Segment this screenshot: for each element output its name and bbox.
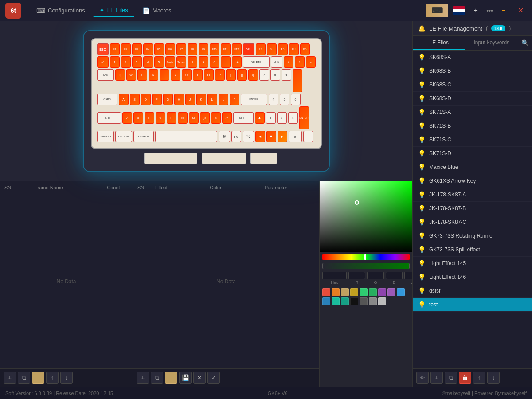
- key-6[interactable]: 6win: [165, 56, 175, 68]
- key-v[interactable]: V: [156, 112, 165, 124]
- key-f8[interactable]: F8: [188, 43, 197, 55]
- key-f4[interactable]: F4: [143, 43, 153, 55]
- le-item-gk61xs-arrow-key[interactable]: 💡 GK61XS Arrow-Key: [413, 174, 532, 188]
- swatch-14[interactable]: [369, 297, 377, 305]
- key-tilde[interactable]: ~`: [97, 56, 109, 68]
- key-2[interactable]: 2: [121, 56, 131, 68]
- key-comma[interactable]: ,<: [200, 112, 210, 124]
- key-0[interactable]: 0: [210, 56, 219, 68]
- key-f6[interactable]: F6: [165, 43, 175, 55]
- key-left[interactable]: ◄: [255, 131, 265, 142]
- key-i[interactable]: I: [193, 69, 203, 81]
- le-upload-button[interactable]: ↑: [473, 372, 485, 384]
- key-alt-r[interactable]: ⌥: [243, 131, 254, 142]
- key-k[interactable]: K: [196, 94, 206, 105]
- swatch-7[interactable]: [387, 288, 395, 296]
- b-input[interactable]: 0: [386, 272, 403, 279]
- swatch-4[interactable]: [360, 288, 368, 296]
- effects-add-button[interactable]: +: [137, 372, 149, 384]
- swatch-8[interactable]: [397, 288, 405, 296]
- le-item-sk71s-a[interactable]: 💡 SK71S-A: [413, 106, 532, 119]
- key-7[interactable]: 7mac: [176, 56, 186, 68]
- le-download-button[interactable]: ↓: [487, 372, 500, 384]
- swatch-0[interactable]: [322, 288, 330, 296]
- key-np5[interactable]: 5: [280, 94, 289, 105]
- key-ps[interactable]: PS: [256, 43, 266, 55]
- frames-download-button[interactable]: ↓: [60, 372, 73, 384]
- key-tab[interactable]: TAB: [97, 69, 114, 81]
- key-command[interactable]: COMMAND: [133, 131, 154, 142]
- key-o[interactable]: O: [204, 69, 214, 81]
- key-del[interactable]: DEL: [243, 43, 254, 55]
- key-y[interactable]: Y: [171, 69, 180, 81]
- key-right[interactable]: ►: [278, 131, 287, 142]
- language-flag[interactable]: [453, 6, 465, 15]
- le-item-gk73-73s-spill-effect[interactable]: 💡 GK73-73S Spill effect: [413, 243, 532, 257]
- le-search-button[interactable]: 🔍: [518, 36, 532, 50]
- le-item-jk-178-sk87-a[interactable]: 💡 JK-178-SK87-A: [413, 188, 532, 202]
- key-p[interactable]: P: [215, 69, 225, 81]
- le-item-sk71s-c[interactable]: 💡 SK71S-C: [413, 133, 532, 147]
- key-quote[interactable]: ': [230, 94, 239, 105]
- key-np-div[interactable]: /: [284, 56, 293, 68]
- key-num[interactable]: NUM: [271, 56, 282, 68]
- key-d[interactable]: D: [141, 94, 151, 105]
- extra-key-2[interactable]: [202, 153, 246, 164]
- le-item-test[interactable]: 💡 test: [413, 298, 532, 312]
- le-item-light-effect-145[interactable]: 💡 Light Effect 145: [413, 257, 532, 270]
- key-8[interactable]: 8: [188, 56, 197, 68]
- color-alpha-bar[interactable]: [322, 263, 410, 269]
- key-j[interactable]: J: [185, 94, 195, 105]
- frames-upload-button[interactable]: ↑: [46, 372, 59, 384]
- le-item-jk-178-sk87-b[interactable]: 💡 JK-178-SK87-B: [413, 202, 532, 215]
- key-pd[interactable]: PD: [300, 43, 310, 55]
- extra-key-1[interactable]: [144, 153, 197, 164]
- frames-active-button[interactable]: [32, 372, 44, 384]
- le-item-sk68s-c[interactable]: 💡 SK68S-C: [413, 78, 532, 92]
- effects-check-button[interactable]: ✓: [207, 372, 220, 384]
- tab-le-files[interactable]: ✦ LE Files: [93, 4, 134, 17]
- key-np-mul[interactable]: *: [295, 56, 305, 68]
- key-f3[interactable]: F3: [132, 43, 142, 55]
- add-device-button[interactable]: +: [469, 4, 482, 17]
- key-np1[interactable]: 1: [266, 112, 276, 124]
- key-5[interactable]: 5: [154, 56, 164, 68]
- le-item-sk68s-b[interactable]: 💡 SK68S-B: [413, 64, 532, 78]
- key-np-plus[interactable]: +: [293, 69, 302, 92]
- key-np6[interactable]: 6: [291, 94, 301, 105]
- key-enter[interactable]: ENTER: [241, 94, 267, 105]
- swatch-13[interactable]: [360, 297, 368, 305]
- key-fn[interactable]: FN: [231, 131, 241, 142]
- key-up[interactable]: ▲: [255, 112, 265, 124]
- tab-macros[interactable]: 📄 Macros: [136, 4, 178, 17]
- effects-save-button[interactable]: 💾: [179, 372, 192, 384]
- key-lshift[interactable]: SHIFT: [97, 112, 121, 124]
- r-input[interactable]: 0: [348, 272, 365, 279]
- effects-active-button[interactable]: [165, 372, 177, 384]
- key-slash[interactable]: /?: [222, 112, 232, 124]
- key-np2[interactable]: 2: [277, 112, 287, 124]
- key-np4[interactable]: 4: [269, 94, 278, 105]
- key-esc[interactable]: ESC: [97, 43, 109, 55]
- key-t[interactable]: T: [160, 69, 169, 81]
- g-input[interactable]: 128: [367, 272, 384, 279]
- key-lbracket[interactable]: [{: [226, 69, 236, 81]
- le-tab-keywords[interactable]: Input keywords: [466, 36, 518, 50]
- key-rbracket[interactable]: ]}: [237, 69, 247, 81]
- key-np9[interactable]: 9: [282, 69, 291, 81]
- le-item-jk-178-sk87-c[interactable]: 💡 JK-178-SK87-C: [413, 215, 532, 229]
- le-item-sk68s-d[interactable]: 💡 SK68S-D: [413, 92, 532, 106]
- le-item-sk68s-a[interactable]: 💡 SK68S-A: [413, 51, 532, 64]
- key-c[interactable]: C: [145, 112, 154, 124]
- le-item-sk71s-d[interactable]: 💡 SK71S-D: [413, 147, 532, 160]
- key-s[interactable]: S: [130, 94, 140, 105]
- key-option[interactable]: OPTION: [115, 131, 132, 142]
- key-pu[interactable]: PU: [289, 43, 299, 55]
- key-4[interactable]: 4: [143, 56, 153, 68]
- frames-copy-button[interactable]: ⧉: [18, 372, 30, 384]
- key-space[interactable]: [155, 131, 217, 142]
- key-f10[interactable]: F10: [210, 43, 219, 55]
- le-item-sk71s-b[interactable]: 💡 SK71S-B: [413, 119, 532, 133]
- swatch-15[interactable]: [378, 297, 386, 305]
- key-u[interactable]: U: [182, 69, 192, 81]
